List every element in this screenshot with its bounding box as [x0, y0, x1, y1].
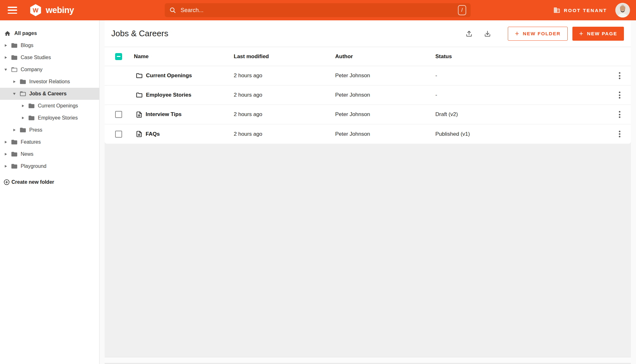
row-actions-kebab-icon[interactable]: [618, 109, 622, 120]
chevron-right-icon[interactable]: [4, 44, 8, 47]
chevron-down-icon[interactable]: [4, 69, 8, 71]
tenant-label: ROOT TENANT: [564, 8, 607, 13]
status-value: Draft (v2): [435, 111, 608, 118]
plus-icon: +: [515, 30, 519, 38]
chevron-right-icon[interactable]: [21, 117, 25, 119]
table-header-row: Name Last modified Author Status: [105, 47, 631, 66]
table-row-current-openings[interactable]: Current Openings 2 hours ago Peter Johns…: [105, 66, 631, 86]
sidebar-item-company[interactable]: Company: [0, 64, 99, 76]
top-app-bar: W webiny / ROOT TENANT: [0, 0, 636, 20]
chevron-right-icon[interactable]: [21, 105, 25, 107]
status-value: -: [435, 92, 608, 98]
select-all-checkbox[interactable]: [115, 53, 122, 60]
webiny-hexagon-icon: W: [29, 4, 42, 17]
circle-plus-icon: [3, 179, 10, 185]
content-header: Jobs & Careers + NEW FOLDER + NEW PAGE: [105, 20, 631, 47]
author-value: Peter Johnson: [335, 72, 435, 79]
search-input[interactable]: [181, 7, 458, 14]
folder-icon: [11, 42, 18, 49]
folder-icon: [11, 139, 18, 146]
page-title: Jobs & Careers: [111, 29, 168, 38]
sidebar-item-features[interactable]: Features: [0, 136, 99, 148]
sidebar-item-investor-relations[interactable]: Investor Relations: [0, 76, 99, 88]
page-document-icon: [135, 111, 143, 118]
export-button[interactable]: [482, 29, 493, 39]
author-value: Peter Johnson: [335, 111, 435, 118]
folder-icon: [11, 54, 18, 61]
new-page-button[interactable]: + NEW PAGE: [572, 27, 624, 41]
table-row-employee-stories[interactable]: Employee Stories 2 hours ago Peter Johns…: [105, 86, 631, 105]
last-modified-value: 2 hours ago: [234, 111, 335, 118]
last-modified-value: 2 hours ago: [234, 131, 335, 137]
row-checkbox[interactable]: [115, 111, 122, 118]
chevron-right-icon[interactable]: [4, 56, 8, 59]
folder-outline-icon: [135, 72, 143, 79]
chevron-right-icon[interactable]: [12, 129, 16, 131]
new-folder-button[interactable]: + NEW FOLDER: [508, 27, 568, 41]
sidebar-item-jobs-careers[interactable]: Jobs & Careers: [0, 88, 99, 100]
sidebar-item-news[interactable]: News: [0, 148, 99, 160]
row-actions-kebab-icon[interactable]: [618, 71, 622, 81]
page-list-region: Name Last modified Author Status Current…: [105, 47, 631, 357]
column-header-author: Author: [335, 53, 435, 60]
folder-icon: [11, 163, 18, 170]
sidebar-item-case-studies[interactable]: Case Studies: [0, 52, 99, 64]
status-value: -: [435, 72, 608, 79]
chevron-down-icon[interactable]: [12, 93, 16, 95]
folder-open-icon: [11, 66, 18, 73]
column-header-last-modified: Last modified: [234, 53, 335, 60]
import-button[interactable]: [464, 29, 474, 39]
sidebar-item-employee-stories[interactable]: Employee Stories: [0, 112, 99, 124]
folder-tree-sidebar: All pages Blogs Case Studies Company Inv…: [0, 20, 100, 364]
footer-strip: [105, 357, 631, 364]
row-checkbox[interactable]: [115, 131, 122, 138]
row-actions-kebab-icon[interactable]: [618, 129, 622, 139]
author-value: Peter Johnson: [335, 131, 435, 137]
home-icon: [4, 30, 11, 37]
status-value: Published (v1): [435, 131, 608, 137]
folder-icon: [19, 78, 26, 85]
brand-wordmark: webiny: [46, 5, 74, 15]
slash-shortcut-badge: /: [458, 5, 466, 15]
svg-text:W: W: [33, 7, 38, 14]
page-document-icon: [135, 130, 143, 138]
folder-icon: [11, 151, 18, 158]
sidebar-item-playground[interactable]: Playground: [0, 160, 99, 172]
chevron-right-icon[interactable]: [4, 141, 8, 143]
webiny-logo[interactable]: W webiny: [29, 4, 74, 17]
chevron-right-icon[interactable]: [4, 153, 8, 155]
last-modified-value: 2 hours ago: [234, 72, 335, 79]
search-bar[interactable]: /: [165, 3, 471, 17]
sidebar-item-current-openings[interactable]: Current Openings: [0, 100, 99, 112]
upload-icon: [465, 30, 473, 38]
sidebar-item-all-pages[interactable]: All pages: [0, 27, 99, 39]
hamburger-menu-icon[interactable]: [8, 7, 17, 14]
chevron-right-icon[interactable]: [12, 80, 16, 83]
author-value: Peter Johnson: [335, 92, 435, 98]
chevron-right-icon[interactable]: [4, 165, 8, 168]
folder-outline-icon: [135, 91, 143, 99]
folder-icon: [28, 102, 35, 109]
download-icon: [484, 30, 491, 38]
folder-open-icon: [19, 90, 26, 97]
create-new-folder-button[interactable]: Create new folder: [0, 177, 99, 188]
folder-icon: [28, 114, 35, 121]
table-row-interview-tips[interactable]: Interview Tips 2 hours ago Peter Johnson…: [105, 105, 631, 124]
building-icon: [553, 7, 560, 14]
sidebar-item-blogs[interactable]: Blogs: [0, 39, 99, 52]
search-icon: [169, 7, 176, 14]
tenant-selector[interactable]: ROOT TENANT: [553, 7, 607, 14]
folder-icon: [19, 127, 26, 134]
table-row-faqs[interactable]: FAQs 2 hours ago Peter Johnson Published…: [105, 124, 631, 144]
pages-table: Name Last modified Author Status Current…: [105, 47, 631, 144]
column-header-status: Status: [435, 53, 608, 60]
sidebar-item-press[interactable]: Press: [0, 124, 99, 136]
avatar[interactable]: [615, 3, 630, 17]
last-modified-value: 2 hours ago: [234, 92, 335, 98]
column-header-name: Name: [134, 53, 234, 60]
row-actions-kebab-icon[interactable]: [618, 90, 622, 100]
main-content: Jobs & Careers + NEW FOLDER + NEW PAGE: [105, 20, 631, 364]
plus-icon: +: [579, 30, 583, 38]
